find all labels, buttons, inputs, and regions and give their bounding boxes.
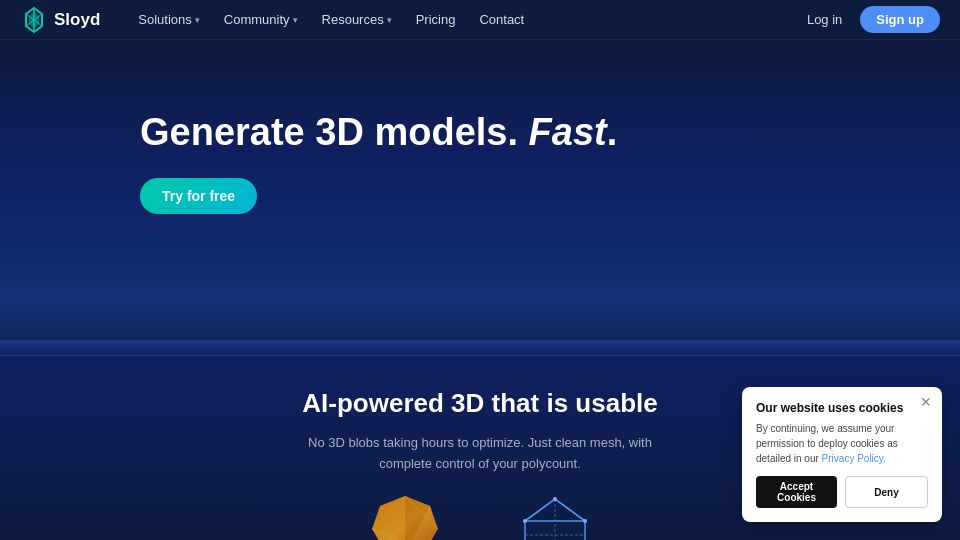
chevron-down-icon: ▾ <box>293 15 298 25</box>
nav-item-resources[interactable]: Resources ▾ <box>312 8 402 31</box>
nav-item-community[interactable]: Community ▾ <box>214 8 308 31</box>
chevron-down-icon: ▾ <box>387 15 392 25</box>
second-section-subtitle: No 3D blobs taking hours to optimize. Ju… <box>300 433 660 475</box>
sloyd-logo-icon <box>20 6 48 34</box>
svg-point-16 <box>553 497 557 501</box>
logo[interactable]: Sloyd <box>20 6 100 34</box>
hero-title-normal: Generate 3D models. <box>140 111 518 153</box>
try-free-button[interactable]: Try for free <box>140 178 257 214</box>
svg-point-17 <box>583 519 587 523</box>
nav-resources-label: Resources <box>322 12 384 27</box>
cookie-buttons: Accept Cookies Deny <box>756 476 928 508</box>
nav-links: Solutions ▾ Community ▾ Resources ▾ Pric… <box>128 8 799 31</box>
cookie-close-button[interactable]: ✕ <box>920 395 932 409</box>
cookie-text: By continuing, we assume your permission… <box>756 421 928 466</box>
hero-title-end: . <box>607 111 618 153</box>
bear-model <box>360 491 450 540</box>
svg-point-20 <box>523 519 527 523</box>
nav-community-label: Community <box>224 12 290 27</box>
hero-title: Generate 3D models. Fast. <box>140 110 820 156</box>
nav-right: Log in Sign up <box>799 6 940 33</box>
signup-button[interactable]: Sign up <box>860 6 940 33</box>
navbar: Sloyd Solutions ▾ Community ▾ Resources … <box>0 0 960 40</box>
svg-line-11 <box>525 499 555 521</box>
section-divider <box>0 340 960 356</box>
deny-button[interactable]: Deny <box>845 476 928 508</box>
login-button[interactable]: Log in <box>799 8 850 31</box>
hero-title-italic: Fast <box>529 111 607 153</box>
nav-pricing-label: Pricing <box>416 12 456 27</box>
cookie-banner: ✕ Our website uses cookies By continuing… <box>742 387 942 522</box>
wireframe-model <box>510 491 600 540</box>
chevron-down-icon: ▾ <box>195 15 200 25</box>
privacy-policy-link[interactable]: Privacy Policy. <box>822 453 886 464</box>
nav-item-pricing[interactable]: Pricing <box>406 8 466 31</box>
brand-name: Sloyd <box>54 10 100 30</box>
nav-contact-label: Contact <box>479 12 524 27</box>
nav-item-contact[interactable]: Contact <box>469 8 534 31</box>
nav-solutions-label: Solutions <box>138 12 191 27</box>
cookie-title: Our website uses cookies <box>756 401 928 415</box>
svg-line-12 <box>555 499 585 521</box>
hero-section: Generate 3D models. Fast. Try for free <box>0 40 960 340</box>
nav-item-solutions[interactable]: Solutions ▾ <box>128 8 209 31</box>
accept-cookies-button[interactable]: Accept Cookies <box>756 476 837 508</box>
second-subtitle-text: No 3D blobs taking hours to optimize. Ju… <box>308 435 652 471</box>
